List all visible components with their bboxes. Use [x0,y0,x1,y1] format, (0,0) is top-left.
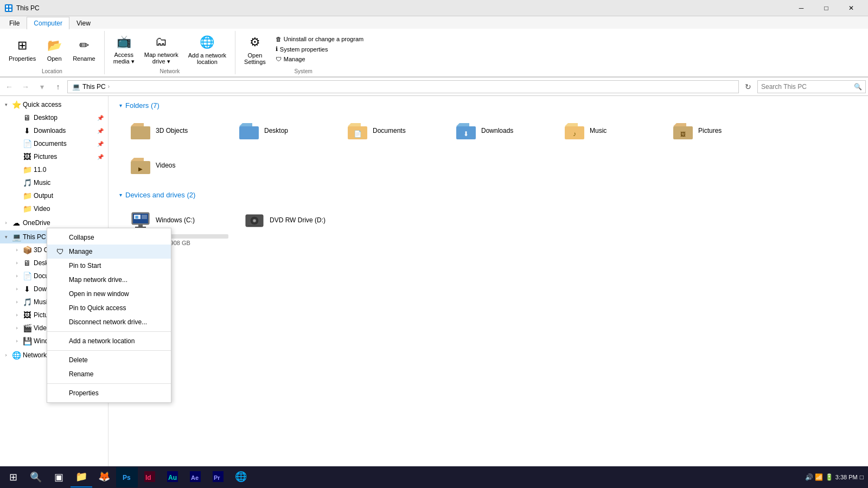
sidebar-item-music[interactable]: 🎵 Music [11,176,108,189]
taskbar-time: 3:38 PM [835,474,858,480]
taskbar-app-firefox[interactable]: 🦊 [93,467,115,487]
forward-button[interactable]: → [18,80,33,94]
address-path-item-pc: This PC [82,83,106,91]
tab-file[interactable]: File [2,17,27,29]
folder-3d-objects[interactable]: 3D Objects [125,116,228,145]
manage-ribbon-button[interactable]: 🛡 Manage [272,55,367,63]
folder-music[interactable]: ♪ Music [559,116,662,145]
taskbar-app-premiere[interactable]: Pr [207,467,229,487]
taskbar-app-photoshop[interactable]: Ps [116,467,138,487]
folder-music-label: Music [590,127,607,134]
ctx-open-new-label: Open in new window [69,290,129,298]
access-media-button[interactable]: 📺 Accessmedia ▾ [109,31,139,67]
taskbar-explorer[interactable]: 📁 [71,467,92,487]
onedrive-expand: › [2,219,10,227]
tab-computer[interactable]: Computer [27,17,69,29]
sidebar-item-downloads[interactable]: ⬇ Downloads 📌 [11,124,108,137]
devices-section-header[interactable]: ▾ Devices and drives (2) [119,191,857,199]
svg-text:♪: ♪ [573,130,576,138]
output-label: Output [34,192,104,200]
sidebar-item-pictures[interactable]: 🖼 Pictures 📌 [11,150,108,163]
ctx-manage-icon: 🛡 [56,247,65,256]
up-button[interactable]: ↑ [51,80,65,94]
back-button[interactable]: ← [2,80,16,94]
system-props-button[interactable]: ℹ System properties [272,44,367,54]
close-button[interactable]: ✕ [839,0,864,16]
taskbar-app-indesign[interactable]: Id [139,467,161,487]
task-view-button[interactable]: ▣ [48,467,69,487]
quick-access-icon: ⭐ [12,100,21,109]
ctx-rename[interactable]: Rename [47,367,171,381]
refresh-button[interactable]: ↻ [741,80,755,94]
tab-view[interactable]: View [69,17,98,29]
start-button[interactable]: ⊞ [2,467,24,487]
open-settings-button[interactable]: ⚙ OpenSettings [240,31,270,67]
devices-header-label: Devices and drives (2) [125,191,195,199]
maximize-button[interactable]: □ [814,0,839,16]
open-button[interactable]: 📂 Open [41,35,67,64]
taskbar-app-audition[interactable]: Au [162,467,183,487]
ctx-add-network-location[interactable]: Add a network location [47,334,171,348]
ribbon-group-location: ⊞ Properties 📂 Open ✏ Rename Location [0,31,105,74]
search-box[interactable]: 🔍 [757,80,866,93]
location-group-label: Location [42,67,62,74]
ribbon: File Computer View ⊞ Properties 📂 Open ✏… [0,16,868,78]
device-dvd-d[interactable]: DVD RW Drive (D:) [239,206,347,250]
sidebar-item-documents[interactable]: 📄 Documents 📌 [11,137,108,150]
folder-pictures[interactable]: 🖼 Pictures [667,116,770,145]
ctx-pin-start-icon [56,261,65,270]
svg-text:Pr: Pr [214,474,220,481]
minimize-button[interactable]: ─ [789,0,814,16]
ctx-sep-3 [47,383,171,384]
ctx-map-network-drive[interactable]: Map network drive... [47,273,171,287]
ctx-properties[interactable]: Properties [47,386,171,400]
ctx-pin-quick-access[interactable]: Pin to Quick access [47,301,171,315]
network-icon: 🌐 [12,351,21,359]
svg-rect-23 [142,215,147,219]
add-network-button[interactable]: 🌐 Add a networklocation [184,31,231,67]
folder-videos[interactable]: ▶ Videos [125,151,228,180]
system-props-icon: ℹ [276,46,278,53]
taskbar-notification[interactable]: □ [860,473,864,481]
properties-button[interactable]: ⊞ Properties [4,35,40,64]
folder-desktop[interactable]: Desktop [233,116,336,145]
folder-videos-label: Videos [156,162,175,169]
uninstall-button[interactable]: 🗑 Uninstall or change a program [272,35,367,43]
sidebar-section-quick-access: ▾ ⭐ Quick access 🖥 Desktop 📌 ⬇ Downloads… [0,98,108,215]
ctx-pin-qa-label: Pin to Quick access [69,304,126,312]
sidebar-item-11[interactable]: 📁 11.0 [11,163,108,176]
onedrive-label: OneDrive [23,219,104,227]
address-path[interactable]: 💻 This PC › [67,80,739,93]
ctx-pin-to-start[interactable]: Pin to Start [47,259,171,273]
search-taskbar-button[interactable]: 🔍 [25,467,47,487]
ctx-delete[interactable]: Delete [47,353,171,367]
ctx-manage[interactable]: 🛡 Manage [47,245,171,259]
open-label: Open [47,55,62,62]
sidebar-item-desktop[interactable]: 🖥 Desktop 📌 [11,111,108,124]
folder-documents[interactable]: 📄 Documents [342,116,445,145]
ctx-open-new-window[interactable]: Open in new window [47,287,171,301]
ctx-disconnect-network[interactable]: Disconnect network drive... [47,315,171,329]
search-input[interactable] [761,83,852,91]
map-network-button[interactable]: 🗂 Map networkdrive ▾ [140,31,183,67]
taskbar-app-chrome[interactable]: 🌐 [230,467,252,487]
folder-downloads[interactable]: ⬇ Downloads [450,116,553,145]
quick-access-subitems: 🖥 Desktop 📌 ⬇ Downloads 📌 📄 Documents 📌 [0,111,108,215]
output-icon: 📁 [23,191,31,200]
pictures-sub-icon: 🖼 [23,311,31,319]
recent-button[interactable]: ▾ [35,80,49,94]
rename-button[interactable]: ✏ Rename [68,35,100,64]
open-icon: 📂 [46,37,63,54]
3d-objects-icon: 📦 [23,246,31,254]
folders-section-header[interactable]: ▾ Folders (7) [119,101,857,110]
sidebar-item-output[interactable]: 📁 Output [11,189,108,202]
ctx-collapse[interactable]: Collapse [47,230,171,245]
sidebar-item-quick-access[interactable]: ▾ ⭐ Quick access [0,98,108,111]
taskbar-app-aftereffects[interactable]: Ae [184,467,206,487]
folder-music-icon: ♪ [564,120,585,142]
ctx-sep-2 [47,350,171,351]
uninstall-label: Uninstall or change a program [284,36,363,42]
folder-videos-icon: ▶ [130,155,151,176]
network-buttons: 📺 Accessmedia ▾ 🗂 Map networkdrive ▾ 🌐 A… [109,31,231,67]
sidebar-item-video[interactable]: 📁 Video [11,202,108,215]
